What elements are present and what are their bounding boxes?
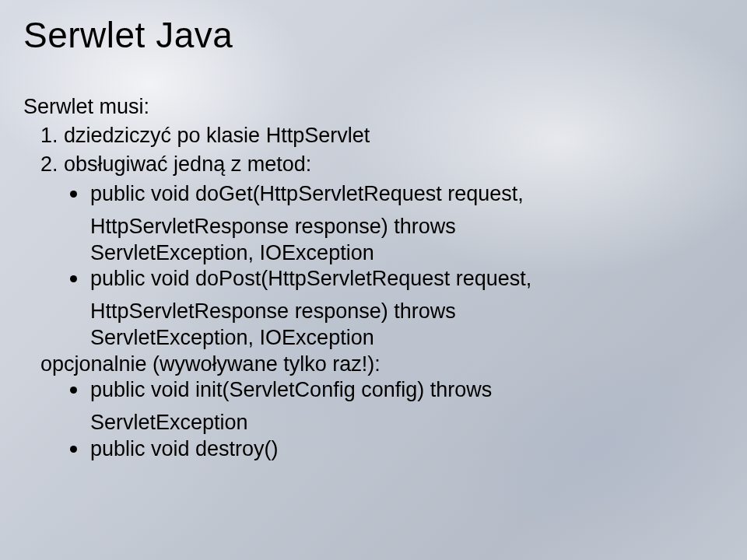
dopost-cont-2: ServletException, IOException: [23, 325, 724, 352]
doget-cont-2: ServletException, IOException: [23, 240, 724, 267]
init-cont: ServletException: [23, 410, 724, 436]
dopost-cont-1: HttpServletResponse response) throws: [23, 299, 724, 325]
method-list-4: public void destroy(): [23, 436, 724, 463]
optional-text: opcjonalnie (wywoływane tylko raz!):: [23, 352, 724, 378]
method-list-3: public void init(ServletConfig config) t…: [23, 377, 724, 404]
page-title: Serwlet Java: [23, 14, 724, 56]
doget-cont-1: HttpServletResponse response) throws: [23, 214, 724, 240]
bullet-dopost: public void doPost(HttpServletRequest re…: [70, 266, 724, 292]
method-list-2: public void doPost(HttpServletRequest re…: [23, 266, 724, 292]
list-item-2: 2. obsługiwać jedną z metod:: [23, 152, 724, 177]
bullet-init: public void init(ServletConfig config) t…: [70, 377, 724, 404]
list-item-1: 1. dziedziczyć po klasie HttpServlet: [23, 124, 724, 148]
slide: Serwlet Java Serwlet musi: 1. dziedziczy…: [0, 0, 747, 560]
intro-text: Serwlet musi:: [23, 95, 724, 119]
bullet-destroy: public void destroy(): [70, 436, 724, 463]
bullet-doget: public void doGet(HttpServletRequest req…: [70, 181, 724, 208]
method-list-1: public void doGet(HttpServletRequest req…: [23, 181, 724, 208]
